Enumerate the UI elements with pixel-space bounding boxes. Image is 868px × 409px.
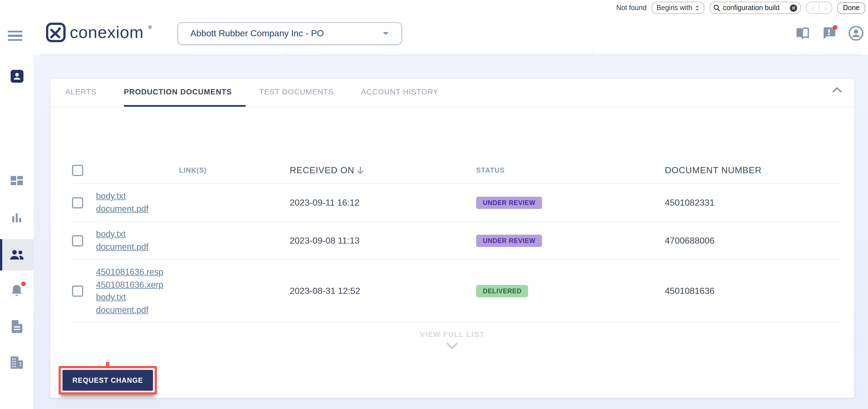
sidebar-item-notifications[interactable] (0, 275, 33, 306)
select-stepper-icon (695, 5, 700, 11)
feedback-icon[interactable] (822, 27, 836, 40)
find-done-button[interactable]: Done (837, 2, 865, 14)
table-header-row: LINK(S) RECEIVED ON STATUS DOCUMENT NUMB… (72, 157, 840, 184)
tab-test-documents[interactable]: TEST DOCUMENTS (259, 79, 348, 107)
notification-dot (21, 282, 26, 286)
document-link[interactable]: body.txt (96, 190, 126, 203)
document-number-value: 4501082331 (665, 190, 840, 215)
account-selector-dropdown[interactable]: Abbott Rubber Company Inc - PO (178, 22, 402, 45)
column-header-received-on[interactable]: RECEIVED ON (290, 166, 476, 175)
find-match-mode-select[interactable]: Begins with (651, 2, 705, 14)
sidebar-item-customers[interactable] (0, 239, 33, 270)
sort-desc-icon (357, 167, 364, 174)
contact-card-icon (10, 69, 23, 82)
collapse-panel-icon[interactable] (832, 87, 842, 93)
status-badge: UNDER REVIEW (476, 196, 542, 209)
sidebar-item-dashboard[interactable] (0, 167, 33, 198)
received-on-value: 2023-09-08 11:13 (290, 228, 476, 253)
table-row: body.txtdocument.pdf 2023-09-11 16:12 UN… (72, 184, 840, 222)
document-number-value: 4700688006 (665, 228, 840, 253)
tab-bar: ALERTS PRODUCTION DOCUMENTS TEST DOCUMEN… (50, 79, 854, 107)
find-query-text: configuration build (723, 4, 787, 12)
document-link[interactable]: 4501081636.resp (96, 266, 163, 279)
tab-account-history[interactable]: ACCOUNT HISTORY (361, 79, 453, 107)
select-all-checkbox[interactable] (72, 165, 83, 176)
documents-card: ALERTS PRODUCTION DOCUMENTS TEST DOCUMEN… (50, 79, 854, 398)
account-selector-value: Abbott Rubber Company Inc - PO (190, 29, 324, 38)
document-link[interactable]: body.txt (96, 228, 126, 240)
hamburger-menu-icon[interactable] (8, 31, 22, 41)
header-icon-group (796, 26, 864, 41)
document-link[interactable]: document.pdf (96, 304, 149, 316)
received-on-value: 2023-09-11 16:12 (290, 190, 476, 215)
conexiom-logo-icon (46, 22, 66, 42)
row-checkbox[interactable] (72, 286, 83, 297)
find-nav-buttons: ‹ › (806, 2, 832, 14)
status-badge: UNDER REVIEW (476, 234, 542, 247)
document-links-cell: body.txtdocument.pdf (96, 228, 290, 253)
tab-alerts[interactable]: ALERTS (65, 79, 111, 107)
document-link[interactable]: 4501081636.xerp (96, 279, 163, 291)
chevron-down-icon (382, 31, 389, 36)
brand-wordmark: conexiom (70, 24, 144, 41)
bar-chart-icon (11, 212, 22, 224)
row-checkbox[interactable] (72, 197, 83, 208)
browser-find-bar: Not found Begins with configuration buil… (616, 2, 865, 14)
document-icon (11, 320, 22, 333)
element-inspector-highlight: REQUEST CHANGE (59, 366, 157, 395)
application-window: conexiom ® Abbott Rubber Company Inc - P… (0, 0, 868, 409)
column-header-document-number: DOCUMENT NUMBER (665, 166, 840, 175)
document-link[interactable]: body.txt (96, 291, 126, 304)
help-book-icon[interactable] (796, 27, 809, 39)
sidebar-item-company[interactable] (0, 347, 33, 378)
main-content: ALERTS PRODUCTION DOCUMENTS TEST DOCUMEN… (33, 55, 868, 409)
list-footer: VIEW FULL LIST (50, 330, 854, 349)
document-links-cell: 4501081636.resp4501081636.xerpbody.txtdo… (96, 266, 290, 316)
received-on-value: 2023-08-31 12:52 (290, 266, 476, 316)
document-link[interactable]: document.pdf (96, 240, 149, 253)
sidebar-item-documents[interactable] (0, 311, 33, 342)
column-header-links: LINK(S) (96, 167, 290, 174)
clear-search-icon[interactable]: ✕ (790, 4, 797, 11)
bell-icon (10, 284, 23, 297)
sidebar-nav (0, 52, 33, 409)
account-icon[interactable] (848, 26, 864, 41)
find-next-button[interactable]: › (819, 2, 832, 13)
table-body: body.txtdocument.pdf 2023-09-11 16:12 UN… (72, 184, 840, 323)
request-change-button[interactable]: REQUEST CHANGE (63, 370, 153, 390)
notification-dot (833, 25, 837, 30)
find-search-input[interactable]: configuration build ✕ (710, 2, 801, 14)
view-full-list-button[interactable]: VIEW FULL LIST (50, 330, 854, 339)
find-status-text: Not found (616, 4, 646, 12)
dashboard-icon (10, 176, 23, 188)
document-links-cell: body.txtdocument.pdf (96, 190, 290, 215)
find-previous-button[interactable]: ‹ (807, 2, 819, 13)
documents-table: LINK(S) RECEIVED ON STATUS DOCUMENT NUMB… (72, 157, 840, 323)
expand-list-chevron-icon[interactable] (50, 343, 854, 349)
document-number-value: 4501081636 (665, 266, 840, 316)
status-badge: DELIVERED (476, 285, 528, 297)
people-icon (9, 250, 24, 260)
table-row: 4501081636.resp4501081636.xerpbody.txtdo… (72, 260, 840, 323)
tab-production-documents[interactable]: PRODUCTION DOCUMENTS (124, 79, 246, 107)
building-icon (10, 356, 24, 369)
conexiom-logo[interactable]: conexiom ® (46, 22, 151, 42)
sidebar-item-contact-card[interactable] (0, 60, 33, 92)
scrolled-card-edge (40, 52, 862, 55)
table-row: body.txtdocument.pdf 2023-09-08 11:13 UN… (72, 222, 840, 260)
sidebar-item-reports[interactable] (0, 202, 33, 234)
column-header-status: STATUS (476, 167, 665, 174)
document-link[interactable]: document.pdf (96, 203, 149, 215)
row-checkbox[interactable] (72, 235, 83, 246)
registered-mark: ® (148, 25, 152, 30)
search-icon (713, 4, 720, 11)
request-change-area: REQUEST CHANGE (59, 366, 157, 395)
